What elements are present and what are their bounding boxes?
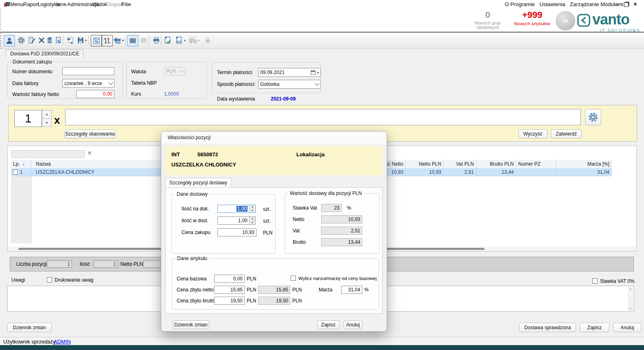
dialog-changelog-button[interactable]: Dziennik zmian xyxy=(173,320,209,329)
gear-icon[interactable] xyxy=(16,35,26,46)
document-pz-icon[interactable]: PZ xyxy=(174,35,184,46)
issue-date-label: Data wystawienia xyxy=(217,96,255,102)
table-row-vat-pln-cell[interactable]: 2,51 xyxy=(444,168,476,176)
scroll-up-icon[interactable]: ▲ xyxy=(629,287,632,290)
doc-number-input[interactable] xyxy=(62,67,114,75)
minimize-button[interactable]: – xyxy=(616,1,618,7)
menu-item-widok[interactable]: Widok xyxy=(92,1,107,7)
scan-details-button[interactable]: Szczegóły skanowania xyxy=(64,129,116,138)
close-button[interactable]: × xyxy=(633,0,637,7)
invoice-net-input[interactable]: 0,00 xyxy=(76,90,114,98)
table-gutter xyxy=(11,176,31,243)
scan-confirm-button[interactable]: Zatwierdź xyxy=(551,129,582,138)
transfer-dropdown-caret[interactable]: ▾ xyxy=(122,39,124,42)
rate-label: Kurs xyxy=(131,91,141,97)
purchase-price-input[interactable]: 10,93 xyxy=(217,228,256,236)
table-filter-input[interactable] xyxy=(11,150,85,158)
spinner-up-icon[interactable]: ▲ xyxy=(250,217,255,221)
revert-x-icon[interactable]: x xyxy=(65,35,75,46)
tab-delivery[interactable]: Dostawa PzD 2330/09/2021/CE xyxy=(6,50,83,57)
scan-settings-button[interactable] xyxy=(585,109,601,125)
spinner-up-icon[interactable]: ▲ xyxy=(250,205,255,209)
document-check-icon[interactable] xyxy=(162,35,173,46)
invoice-date-label: Data faktury xyxy=(12,81,39,86)
cancel-button[interactable]: Anuluj xyxy=(613,323,642,332)
notes-scrollbar[interactable]: ▲ ▼ xyxy=(628,287,633,311)
sale-gross-currency: PLN xyxy=(247,298,256,304)
menu-item-inne[interactable]: Inne xyxy=(56,1,66,7)
sale-net-input[interactable]: 15,85 xyxy=(214,286,245,294)
qty-doc-spinner[interactable]: ▲▼ xyxy=(249,205,255,212)
menu-item-o-programie[interactable]: O Programie xyxy=(505,1,535,7)
spinner-down-icon[interactable]: ▼ xyxy=(42,119,52,127)
user-icon[interactable] xyxy=(4,35,15,46)
toolbar-separator xyxy=(63,35,63,45)
base-price-input[interactable]: 0,00 xyxy=(214,275,245,283)
save-icon[interactable] xyxy=(75,35,86,46)
new-articles-label: Nowych artykułów xyxy=(511,21,554,26)
table-row-pz-cell[interactable] xyxy=(516,168,556,176)
col-header-pz-number[interactable]: Numer PZ xyxy=(516,160,556,168)
markup-from-base-checkbox[interactable] xyxy=(291,276,296,281)
restore-button[interactable] xyxy=(624,2,629,7)
margin-input[interactable]: 31,04 xyxy=(341,286,362,294)
dialog-save-button[interactable]: Zapisz xyxy=(317,320,340,329)
col-header-lp[interactable]: Lp. ▲ xyxy=(11,160,31,168)
invoice-date-combo[interactable]: czwartek , 9 wrze xyxy=(62,79,114,88)
percent-table-icon[interactable]: % xyxy=(91,35,102,46)
qty-del-input[interactable]: 1,00 ▲▼ xyxy=(217,217,256,225)
table-row-margin-cell[interactable]: 31,04 xyxy=(556,168,612,176)
dialog-titlebar[interactable]: Właściwości pozycji xyxy=(161,131,387,144)
scan-quantity-spinner[interactable]: ▲ ▼ xyxy=(42,110,52,127)
col-header-vat-pln[interactable]: Vat PLN xyxy=(444,160,476,168)
scan-clear-button[interactable]: Wyczyść xyxy=(518,129,548,138)
save-button[interactable]: Zapisz xyxy=(580,323,609,332)
barcode-icon[interactable] xyxy=(127,35,138,46)
pz-dropdown-caret[interactable]: ▾ xyxy=(184,39,186,42)
table-row-gross-pln-cell[interactable]: 13,44 xyxy=(476,168,516,176)
changelog-button[interactable]: Dziennik zmian xyxy=(7,323,52,332)
table-row-select-cell[interactable]: 1 xyxy=(11,168,31,176)
payment-method-combo[interactable]: Gotówka xyxy=(258,80,321,89)
menu-item-ustawienia[interactable]: Ustawienia xyxy=(539,1,565,7)
dialog-tab-details[interactable]: Szczegóły pozycji dostawy xyxy=(165,178,231,187)
printer-icon[interactable] xyxy=(151,35,162,46)
scan-input[interactable] xyxy=(65,109,581,125)
col-header-margin[interactable]: Marża [%] xyxy=(556,160,612,168)
vat-rate-field: 23 xyxy=(321,204,342,212)
menu-item-filie[interactable]: Filie xyxy=(121,1,131,7)
menu-item-raport[interactable]: Raport xyxy=(23,1,39,7)
transfer-arrows-icon[interactable] xyxy=(112,35,123,46)
scan-quantity-box[interactable]: 1 xyxy=(14,110,42,127)
table-row-net-pln-cell[interactable]: 10,93 xyxy=(406,168,444,176)
qty-del-spinner[interactable]: ▲▼ xyxy=(249,217,255,224)
truck-icon: eSerwis xyxy=(188,35,198,46)
calendar-icon xyxy=(311,70,315,75)
delivery-checked-button[interactable]: Dostawa sprawdzona xyxy=(519,323,576,332)
item-name: USZCZELKA CHLODNICY xyxy=(171,162,236,168)
print-notes-checkbox[interactable] xyxy=(47,277,52,282)
markup-from-base-label: Wylicz narzut/marżę od ceny bazowej xyxy=(298,276,377,281)
clear-filter-icon[interactable]: ✕ xyxy=(87,150,92,156)
col-header-gross-pln[interactable]: Brutto PLN xyxy=(476,160,516,168)
scroll-down-icon[interactable]: ▼ xyxy=(629,307,632,310)
vat0-checkbox[interactable] xyxy=(592,278,598,284)
spinner-down-icon[interactable]: ▼ xyxy=(250,221,255,225)
invoice-net-label: Wartość faktury Netto xyxy=(12,92,59,97)
spinner-down-icon[interactable]: ▼ xyxy=(250,209,255,213)
sale-gross-input[interactable]: 19,50 xyxy=(214,297,245,305)
save-dropdown-caret[interactable]: ▾ xyxy=(85,39,87,42)
spinner-up-icon[interactable]: ▲ xyxy=(42,110,52,119)
col-header-net-pln[interactable]: Netto PLN xyxy=(406,160,444,168)
edit-document-icon[interactable] xyxy=(26,35,37,46)
dialog-cancel-button[interactable]: Anuluj xyxy=(344,320,362,329)
row-checkbox[interactable] xyxy=(13,170,18,175)
menu-item-menu[interactable]: Menu xyxy=(10,1,24,7)
status-bar: Użytkownik sprzedaży: ADMIN xyxy=(0,337,644,345)
sort-adjust-icon[interactable] xyxy=(101,35,113,46)
new-articles-count: +999 xyxy=(511,11,554,20)
status-user-link[interactable]: ADMIN xyxy=(54,339,71,345)
due-date-picker[interactable]: 09.09.2021 ▾ xyxy=(258,68,321,77)
qty-doc-input[interactable]: 1,00 ▲▼ xyxy=(217,205,256,213)
issue-date-value: 2021-09-09 xyxy=(271,96,296,102)
